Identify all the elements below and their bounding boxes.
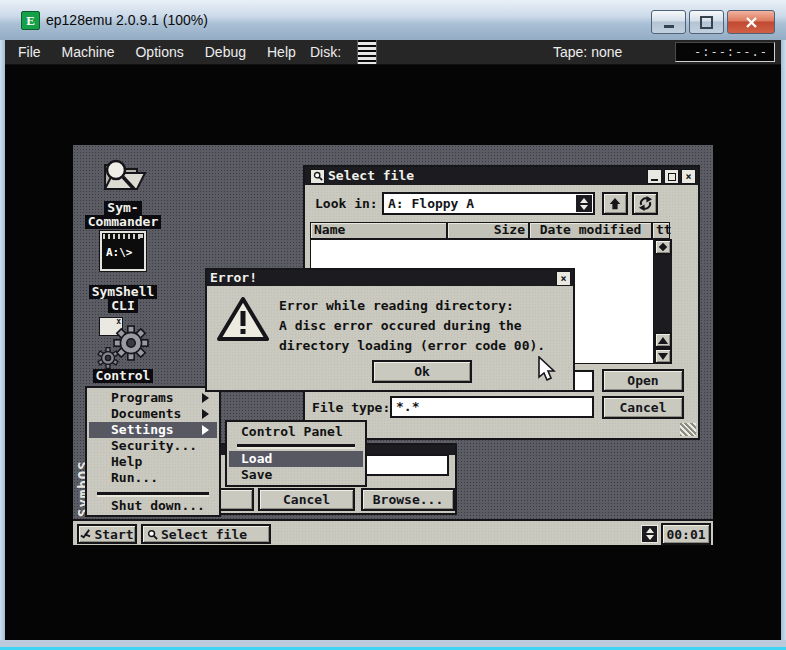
start-menu-security[interactable]: Security...	[89, 438, 217, 454]
disk-label: Disk:	[310, 44, 341, 60]
magnifier-icon	[147, 529, 158, 540]
window-close-button[interactable]: ×	[681, 169, 696, 184]
error-close-button[interactable]: ×	[556, 271, 571, 286]
menu-item-label: Control Panel	[241, 424, 343, 439]
error-message-line: A disc error occured during the	[279, 318, 522, 333]
submenu-load[interactable]: Load	[229, 451, 363, 467]
submenu-control-panel[interactable]: Control Panel	[229, 424, 363, 440]
up-directory-button[interactable]	[602, 192, 628, 215]
error-dialog-titlebar[interactable]: Error! ×	[207, 270, 573, 286]
start-menu: Programs Documents Settings Security... …	[85, 386, 221, 517]
window-minimize-button[interactable]	[647, 169, 662, 184]
task-button-label: Select file	[161, 527, 247, 542]
close-icon	[745, 16, 758, 29]
refresh-button[interactable]	[632, 192, 658, 215]
menu-item-label: Shut down...	[111, 498, 205, 513]
menu-debug[interactable]: Debug	[205, 44, 246, 60]
minimize-icon	[664, 25, 674, 28]
menu-item-label: Documents	[111, 406, 181, 421]
settings-submenu: Control Panel Load Save	[225, 420, 367, 487]
app-title: ep128emu 2.0.9.1 (100%)	[46, 12, 208, 28]
app-logo-icon: E	[21, 11, 40, 30]
symshell-icon-close	[139, 234, 143, 238]
minimize-button[interactable]	[651, 10, 686, 34]
start-menu-settings[interactable]: Settings	[89, 422, 217, 438]
scrollbar-thumb[interactable]	[654, 239, 672, 255]
menu-item-label: Settings	[111, 422, 174, 437]
look-in-combobox[interactable]: A: Floppy A	[382, 192, 595, 215]
select-file-app-icon	[310, 169, 325, 184]
open-button[interactable]: Open	[602, 369, 684, 392]
ok-button[interactable]: Ok	[372, 360, 472, 383]
file-type-input[interactable]: *.*	[390, 396, 594, 418]
icon-label: Sym-	[104, 201, 141, 215]
desktop-icon-sym-commander[interactable]: Sym- Commander	[73, 149, 173, 229]
symbos-desktop: SymbOS Sym- Commander A:\> SymShell CLI	[73, 145, 713, 545]
browse-button[interactable]: Browse...	[361, 488, 455, 511]
menu-file[interactable]: File	[18, 44, 41, 60]
maximize-button[interactable]	[689, 10, 724, 34]
menu-options[interactable]: Options	[135, 44, 183, 60]
column-header-size[interactable]: Size	[447, 222, 529, 239]
taskbar-task-select-file[interactable]: Select file	[141, 524, 271, 544]
start-menu-help[interactable]: Help	[89, 454, 217, 470]
app-window: E ep128emu 2.0.9.1 (100%) File Machine O…	[0, 0, 786, 650]
gear-small-icon	[97, 347, 119, 369]
submenu-save[interactable]: Save	[229, 467, 363, 483]
error-dialog-title: Error!	[210, 270, 257, 286]
menu-item-label: Help	[111, 454, 142, 469]
resize-grip[interactable]	[680, 423, 696, 436]
scroll-up-button[interactable]	[654, 332, 672, 348]
desktop-icon-control[interactable]: x	[73, 317, 173, 383]
taskbar-clock: 00:01	[661, 523, 711, 545]
menu-item-label: Load	[241, 451, 272, 466]
submenu-arrow-icon	[202, 393, 209, 403]
symshell-icon-titlebar	[103, 234, 143, 239]
icon-label: CLI	[108, 299, 137, 313]
symshell-icon-prompt: A:\>	[106, 246, 133, 259]
window-frame-right	[781, 40, 786, 650]
error-dialog: Error! × Error while reading directory: …	[205, 268, 575, 392]
icon-label: Control	[93, 369, 154, 383]
error-message-line: directory loading (error code 00).	[279, 338, 545, 353]
close-button[interactable]	[727, 10, 775, 34]
window-maximize-button[interactable]	[664, 169, 679, 184]
menu-machine[interactable]: Machine	[62, 44, 115, 60]
select-file-titlebar[interactable]: Select file ×	[305, 167, 698, 185]
load-dialog-cancel-button[interactable]: Cancel	[258, 488, 355, 511]
cancel-button[interactable]: Cancel	[602, 396, 684, 419]
spin-down-icon	[646, 535, 654, 540]
load-dialog-input[interactable]	[365, 454, 449, 476]
menu-help[interactable]: Help	[267, 44, 296, 60]
column-header-name[interactable]: Name	[310, 222, 447, 239]
taskbar-spin-button[interactable]	[641, 525, 658, 543]
look-in-label: Look in:	[315, 196, 378, 211]
column-header-date-modified[interactable]: Date modified	[529, 222, 652, 239]
start-button[interactable]: Start	[77, 524, 137, 544]
refresh-icon	[638, 196, 653, 211]
start-menu-documents[interactable]: Documents	[89, 406, 217, 422]
emulator-time-display: -:--:--.-	[675, 42, 775, 62]
start-menu-programs[interactable]: Programs	[89, 390, 217, 406]
tape-status: Tape: none	[553, 44, 622, 60]
up-arrow-icon	[608, 197, 622, 211]
symbos-logo-icon	[80, 529, 91, 540]
app-titlebar[interactable]: E ep128emu 2.0.9.1 (100%)	[0, 0, 786, 41]
start-button-label: Start	[94, 527, 133, 542]
column-header-attributes[interactable]: tt	[652, 222, 670, 239]
spin-up-icon	[646, 528, 654, 533]
control-panel-icon: x	[97, 317, 149, 369]
menu-item-label: Security...	[111, 438, 197, 453]
maximize-icon	[700, 16, 713, 29]
combo-dropdown-icon[interactable]	[576, 195, 592, 212]
start-menu-shut-down[interactable]: Shut down...	[89, 498, 217, 514]
desktop-icon-symshell-cli[interactable]: A:\> SymShell CLI	[73, 231, 173, 313]
mouse-cursor	[538, 356, 556, 382]
menu-separator	[237, 444, 355, 447]
disk-activity-icon	[357, 40, 377, 64]
look-in-value: A: Floppy A	[388, 196, 474, 211]
start-menu-run[interactable]: Run...	[89, 470, 217, 486]
scroll-down-button[interactable]	[654, 348, 672, 364]
menu-item-label: Programs	[111, 390, 174, 405]
submenu-arrow-icon	[202, 409, 209, 419]
